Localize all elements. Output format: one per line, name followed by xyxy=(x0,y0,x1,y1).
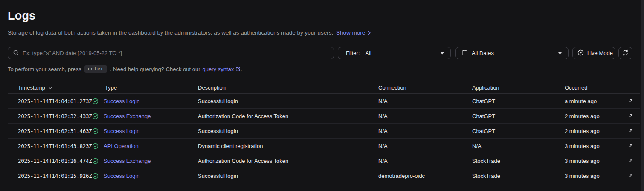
log-connection: N/A xyxy=(378,143,472,149)
date-range-value: All Dates xyxy=(472,50,494,56)
search-help-suffix: . xyxy=(241,66,242,72)
open-log-arrow-button[interactable] xyxy=(627,141,635,151)
column-header-timestamp[interactable]: Timestamp xyxy=(18,84,92,91)
column-header-application: Application xyxy=(472,84,565,91)
table-row: 2025-11-14T14:02:32.433Z Success Exchang… xyxy=(8,109,640,124)
logs-table: Timestamp Type Description Connection Ap… xyxy=(8,82,644,183)
log-occurred: 2 minutes ago xyxy=(565,113,622,119)
log-connection: N/A xyxy=(378,158,472,164)
table-row: 2025-11-14T14:01:25.926Z Success Login S… xyxy=(8,168,640,183)
refresh-icon xyxy=(622,49,629,57)
success-check-circle-icon xyxy=(92,173,99,179)
search-help-text: To perform your search, press enter . Ne… xyxy=(8,65,644,73)
calendar-icon xyxy=(461,49,468,57)
column-header-type: Type xyxy=(92,84,198,91)
log-description: Authorization Code for Access Token xyxy=(198,113,378,119)
vertical-scrollbar[interactable] xyxy=(641,0,644,191)
log-application: ChatGPT xyxy=(472,98,565,104)
log-type-link[interactable]: Success Login xyxy=(104,98,140,104)
log-application: ChatGPT xyxy=(472,113,565,119)
column-header-timestamp-label: Timestamp xyxy=(18,84,45,91)
log-type-link[interactable]: Success Exchange xyxy=(104,158,151,164)
log-type-link[interactable]: Success Login xyxy=(104,173,140,179)
sort-chevron-down-icon xyxy=(48,87,52,89)
log-connection: N/A xyxy=(378,98,472,104)
success-check-circle-icon xyxy=(92,113,99,119)
log-timestamp: 2025-11-14T14:02:32.433Z xyxy=(18,113,92,119)
query-syntax-link[interactable]: query syntax xyxy=(203,66,234,72)
search-input[interactable] xyxy=(23,50,329,56)
logs-toolbar: Filter: All All Dates Live Mode xyxy=(8,47,644,59)
log-occurred: 3 minutes ago xyxy=(565,173,622,179)
arrow-up-right-icon xyxy=(629,128,633,134)
date-range-dropdown[interactable]: All Dates xyxy=(455,47,569,59)
open-log-arrow-button[interactable] xyxy=(627,96,635,106)
log-occurred: a minute ago xyxy=(565,98,622,104)
arrow-up-right-icon xyxy=(629,173,633,179)
table-row: 2025-11-14T14:04:01.273Z Success Login S… xyxy=(8,94,640,109)
log-timestamp: 2025-11-14T14:01:43.823Z xyxy=(18,143,92,149)
search-icon xyxy=(13,49,19,57)
table-row: 2025-11-14T14:01:43.823Z API Operation D… xyxy=(8,139,640,153)
log-connection: demotradepro-oidc xyxy=(378,173,472,179)
log-type-link[interactable]: API Operation xyxy=(104,143,139,149)
open-log-arrow-button[interactable] xyxy=(627,111,635,121)
log-connection: N/A xyxy=(378,113,472,119)
page-title: Logs xyxy=(8,9,644,23)
filter-dropdown[interactable]: Filter: All xyxy=(338,47,451,59)
search-help-prefix: To perform your search, press xyxy=(8,66,81,72)
table-header-row: Timestamp Type Description Connection Ap… xyxy=(8,82,640,94)
chevron-right-icon xyxy=(368,29,371,36)
page-description: Storage of log data of both actions take… xyxy=(8,29,644,36)
play-circle-icon xyxy=(577,49,584,57)
open-log-arrow-button[interactable] xyxy=(627,126,635,136)
log-description: Successful login xyxy=(198,98,378,104)
log-application: N/A xyxy=(472,143,565,149)
log-timestamp: 2025-11-14T14:02:31.463Z xyxy=(18,128,92,134)
arrow-up-right-icon xyxy=(629,143,633,149)
enter-key-badge: enter xyxy=(84,65,107,73)
log-application: ChatGPT xyxy=(472,128,565,134)
table-row: 2025-11-14T14:02:31.463Z Success Login S… xyxy=(8,124,640,139)
show-more-label: Show more xyxy=(336,29,365,36)
caret-down-icon xyxy=(558,52,562,55)
log-application: StockTrade xyxy=(472,173,565,179)
live-mode-label: Live Mode xyxy=(587,50,613,56)
open-log-arrow-button[interactable] xyxy=(627,171,635,181)
log-description: Successful login xyxy=(198,128,378,134)
log-occurred: 3 minutes ago xyxy=(565,158,622,164)
show-more-link[interactable]: Show more xyxy=(336,29,371,36)
column-header-connection: Connection xyxy=(378,84,472,91)
external-link-icon xyxy=(235,67,241,72)
log-connection: N/A xyxy=(378,128,472,134)
log-description: Successful login xyxy=(198,173,378,179)
page-description-text: Storage of log data of both actions take… xyxy=(8,29,333,36)
log-timestamp: 2025-11-14T14:01:26.474Z xyxy=(18,158,92,164)
log-occurred: 2 minutes ago xyxy=(565,128,622,134)
arrow-up-right-icon xyxy=(629,158,633,164)
success-check-circle-icon xyxy=(92,143,99,149)
column-header-occurred: Occurred xyxy=(565,84,622,91)
filter-label: Filter: xyxy=(346,50,360,56)
search-help-middle: . Need help querying? Check out our xyxy=(110,66,200,72)
arrow-up-right-icon xyxy=(629,113,633,119)
success-check-circle-icon xyxy=(92,128,99,134)
table-row: 2025-11-14T14:01:26.474Z Success Exchang… xyxy=(8,153,640,168)
log-type-link[interactable]: Success Exchange xyxy=(104,113,151,119)
log-timestamp: 2025-11-14T14:04:01.273Z xyxy=(18,98,92,104)
caret-down-icon xyxy=(440,52,444,55)
filter-value: All xyxy=(366,50,371,56)
column-header-description: Description xyxy=(198,84,378,91)
success-check-circle-icon xyxy=(92,98,99,104)
live-mode-button[interactable]: Live Mode xyxy=(572,47,615,59)
log-description: Authorization Code for Access Token xyxy=(198,158,378,164)
log-description: Dynamic client registration xyxy=(198,143,378,149)
arrow-up-right-icon xyxy=(629,98,633,104)
search-field[interactable] xyxy=(8,47,334,59)
log-timestamp: 2025-11-14T14:01:25.926Z xyxy=(18,173,92,179)
log-type-link[interactable]: Success Login xyxy=(104,128,140,134)
logs-page: Logs Storage of log data of both actions… xyxy=(0,0,644,183)
refresh-button[interactable] xyxy=(618,47,632,59)
success-check-circle-icon xyxy=(92,158,99,164)
open-log-arrow-button[interactable] xyxy=(627,156,635,166)
